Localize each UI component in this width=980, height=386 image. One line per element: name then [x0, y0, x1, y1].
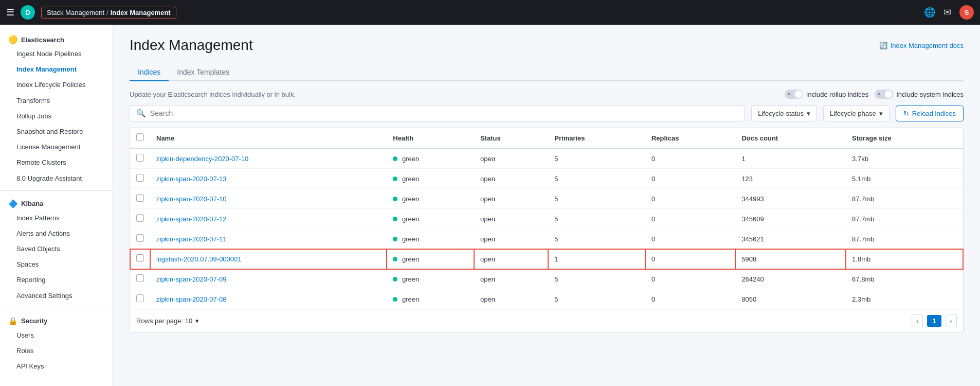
tab-index-templates[interactable]: Index Templates [169, 64, 238, 81]
table-row: zipkin-span-2020-07-13 green open 5 0 12… [130, 169, 963, 189]
row-docs-count: 345621 [735, 229, 846, 249]
system-toggle-label: Include system indices [896, 91, 964, 98]
system-toggle-wrap: ✕ Include system indices [875, 90, 964, 99]
health-dot [393, 156, 397, 161]
hamburger-icon[interactable]: ☰ [6, 7, 14, 18]
row-health: green [387, 229, 474, 249]
row-checkbox[interactable] [136, 154, 144, 162]
row-name: zipkin-span-2020-07-09 [150, 269, 387, 289]
sidebar-item-remote-clusters[interactable]: Remote Clusters [0, 155, 113, 170]
row-replicas: 0 [645, 229, 736, 249]
user-avatar[interactable]: S [959, 5, 974, 20]
row-checkbox[interactable] [136, 174, 144, 182]
rollup-toggle-label: Include rollup indices [806, 91, 868, 98]
row-checkbox[interactable] [136, 294, 144, 302]
lifecycle-status-filter[interactable]: Lifecycle status ▾ [751, 106, 817, 121]
row-checkbox[interactable] [136, 234, 144, 242]
sidebar-item-roles[interactable]: Roles [0, 343, 113, 359]
index-name-link[interactable]: zipkin-span-2020-07-10 [156, 195, 227, 203]
sidebar-item-rollup-jobs[interactable]: Rollup Jobs [0, 109, 113, 124]
reload-indices-button[interactable]: ↻ Reload indices [896, 106, 964, 121]
sidebar-item-8.0-upgrade-assistant[interactable]: 8.0 Upgrade Assistant [0, 171, 113, 186]
sidebar-item-snapshot-and-restore[interactable]: Snapshot and Restore [0, 124, 113, 139]
globe-icon[interactable]: 🌐 [924, 7, 935, 18]
sidebar-item-alerts-and-actions[interactable]: Alerts and Actions [0, 226, 113, 241]
sidebar-item-index-patterns[interactable]: Index Patterns [0, 210, 113, 226]
row-status: open [474, 269, 548, 289]
page-nav: ‹ 1 › [912, 314, 957, 327]
index-name-link[interactable]: zipkin-span-2020-07-08 [156, 295, 227, 303]
row-replicas: 0 [645, 289, 736, 309]
mail-icon[interactable]: ✉ [943, 7, 951, 18]
row-status: open [474, 209, 548, 229]
health-label: green [402, 195, 419, 203]
sidebar-item-api-keys[interactable]: API Keys [0, 359, 113, 374]
col-replicas: Replicas [645, 128, 736, 148]
rollup-toggle-x: ✕ [787, 92, 791, 97]
select-all-checkbox[interactable] [136, 133, 144, 141]
elasticsearch-section-title: 🟡 Elasticsearch [0, 31, 113, 46]
health-label: green [402, 215, 419, 223]
topbar-icons: 🌐 ✉ S [924, 5, 974, 20]
sidebar: 🟡 Elasticsearch Ingest Node PipelinesInd… [0, 25, 113, 386]
index-name-link[interactable]: zipkin-dependency-2020-07-10 [156, 155, 248, 163]
row-docs-count: 264240 [735, 269, 846, 289]
sidebar-item-license-management[interactable]: License Management [0, 139, 113, 155]
row-checkbox-col [130, 229, 150, 249]
sidebar-item-spaces[interactable]: Spaces [0, 257, 113, 272]
prev-page-button[interactable]: ‹ [912, 314, 923, 327]
row-name: zipkin-span-2020-07-08 [150, 289, 387, 309]
search-row: 🔍 Lifecycle status ▾ Lifecycle phase ▾ ↻… [130, 105, 964, 121]
row-health: green [387, 269, 474, 289]
row-name: zipkin-dependency-2020-07-10 [150, 148, 387, 169]
col-docs-count: Docs count [735, 128, 846, 148]
row-checkbox[interactable] [136, 254, 144, 262]
rollup-toggle[interactable]: ✕ [785, 90, 803, 99]
main-layout: 🟡 Elasticsearch Ingest Node PipelinesInd… [0, 25, 980, 386]
breadcrumb-parent[interactable]: Stack Management [47, 9, 104, 16]
table-row: zipkin-span-2020-07-11 green open 5 0 34… [130, 229, 963, 249]
docs-link[interactable]: 🔄 Index Management docs [879, 42, 964, 49]
row-checkbox-col [130, 249, 150, 269]
index-name-link[interactable]: zipkin-span-2020-07-13 [156, 175, 227, 183]
lifecycle-phase-filter[interactable]: Lifecycle phase ▾ [823, 106, 890, 121]
next-page-button[interactable]: › [946, 314, 957, 327]
index-name-link[interactable]: logstash-2020.07.09-000001 [156, 255, 242, 263]
row-checkbox[interactable] [136, 214, 144, 222]
table-row: zipkin-span-2020-07-08 green open 5 0 80… [130, 289, 963, 309]
row-replicas: 0 [645, 148, 736, 169]
kibana-section-title: 🔷 Kibana [0, 195, 113, 210]
tab-indices[interactable]: Indices [130, 64, 169, 81]
row-primaries: 5 [548, 289, 645, 309]
rows-per-page[interactable]: Rows per page: 10 ▾ [136, 317, 199, 325]
lifecycle-status-chevron: ▾ [807, 110, 810, 117]
index-name-link[interactable]: zipkin-span-2020-07-11 [156, 235, 227, 243]
row-checkbox[interactable] [136, 274, 144, 282]
row-checkbox-col [130, 209, 150, 229]
row-primaries: 5 [548, 169, 645, 189]
current-page[interactable]: 1 [927, 315, 941, 327]
row-storage-size: 3.7kb [846, 148, 963, 169]
logo-letter: D [25, 9, 30, 16]
sidebar-item-ingest-node-pipelines[interactable]: Ingest Node Pipelines [0, 46, 113, 62]
index-name-link[interactable]: zipkin-span-2020-07-09 [156, 275, 227, 283]
col-primaries: Primaries [548, 128, 645, 148]
sidebar-item-advanced-settings[interactable]: Advanced Settings [0, 288, 113, 304]
sidebar-item-index-lifecycle-policies[interactable]: Index Lifecycle Policies [0, 77, 113, 93]
index-name-link[interactable]: zipkin-span-2020-07-12 [156, 215, 227, 223]
sidebar-item-users[interactable]: Users [0, 328, 113, 343]
row-name: zipkin-span-2020-07-12 [150, 209, 387, 229]
docs-link-label: Index Management docs [891, 42, 964, 49]
row-storage-size: 2.3mb [846, 289, 963, 309]
search-input[interactable] [150, 109, 738, 117]
lifecycle-phase-label: Lifecycle phase [830, 110, 876, 117]
sidebar-item-reporting[interactable]: Reporting [0, 272, 113, 288]
row-checkbox[interactable] [136, 194, 144, 202]
system-toggle[interactable]: ✕ [875, 90, 893, 99]
row-storage-size: 87.7mb [846, 189, 963, 209]
row-docs-count: 8050 [735, 289, 846, 309]
col-name: Name [150, 128, 387, 148]
sidebar-item-transforms[interactable]: Transforms [0, 93, 113, 109]
sidebar-item-saved-objects[interactable]: Saved Objects [0, 241, 113, 257]
sidebar-item-index-management[interactable]: Index Management [0, 62, 113, 77]
